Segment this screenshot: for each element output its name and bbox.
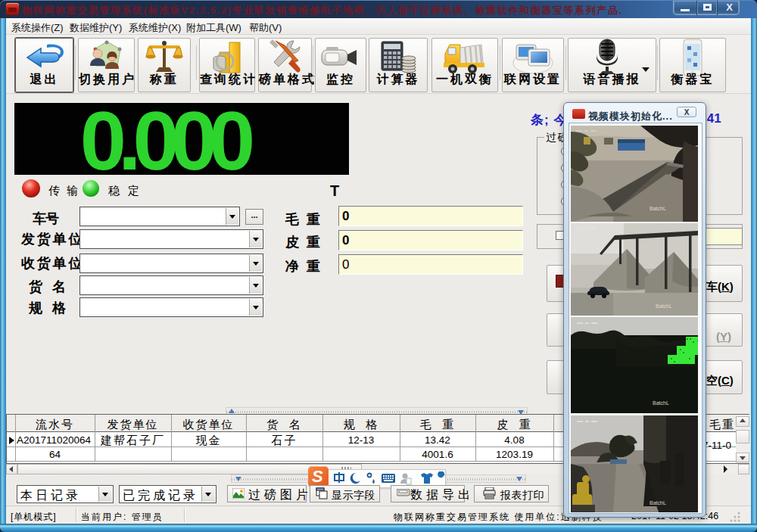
svg-text:BatchL: BatchL (650, 500, 666, 506)
svg-text:BatchL: BatchL (650, 206, 666, 211)
svg-text:BatchL: BatchL (653, 400, 669, 406)
svg-text:BatchL: BatchL (656, 303, 672, 309)
